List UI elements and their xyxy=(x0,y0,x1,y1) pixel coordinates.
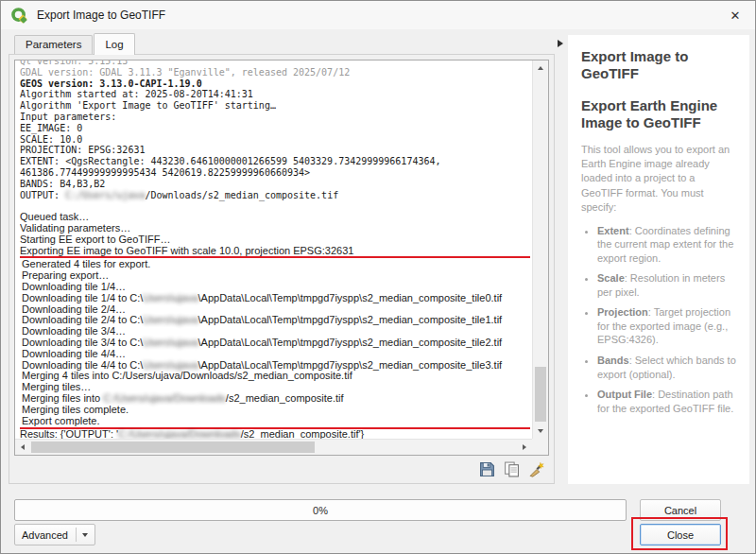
log-line: GDAL version: GDAL 3.11.3 "Eganville", r… xyxy=(20,67,530,78)
chevron-down-icon xyxy=(82,533,88,537)
help-panel: Export Image to GeoTIFF Export Earth Eng… xyxy=(568,35,749,484)
horizontal-scroll-thumb[interactable] xyxy=(31,441,315,453)
help-subtitle: Export Earth Engine Image to GeoTIFF xyxy=(581,97,736,131)
redacted-text: Users\ujava xyxy=(143,292,198,303)
save-log-icon xyxy=(479,466,495,480)
log-line: Exporting EE image to GeoTIFF with scale… xyxy=(20,246,530,257)
tab-parameters[interactable]: Parameters xyxy=(14,35,93,54)
annotation-box-log: Generated 4 tiles for export.Preparing e… xyxy=(20,256,530,429)
log-output[interactable]: Qt version: 5.15.13GDAL version: GDAL 3.… xyxy=(14,60,549,456)
clear-log-icon xyxy=(528,466,544,480)
advanced-button[interactable]: Advanced xyxy=(14,524,95,545)
scrollbar-corner xyxy=(532,439,548,455)
log-line: EXTENT: <QgsRectangle: 443230.6461000000… xyxy=(20,156,530,167)
button-separator xyxy=(76,528,77,542)
redacted-text: Users\ujava xyxy=(143,337,198,348)
scroll-left-button[interactable] xyxy=(15,440,30,455)
help-intro: This tool allows you to export an Earth … xyxy=(581,143,736,215)
log-line: GEOS version: 3.13.0-CAPI-1.19.0 xyxy=(20,78,530,90)
log-line: OUTPUT: C:/Users/ujava/Downloads/s2_medi… xyxy=(20,190,530,201)
log-line: Qt version: 5.15.13 xyxy=(20,60,530,67)
collapse-help-panel-arrow[interactable] xyxy=(558,40,563,47)
clear-log-button[interactable] xyxy=(526,460,545,479)
redacted-text: C:/Users/ujava/Downloads xyxy=(103,392,226,404)
triangle-right-icon xyxy=(523,444,526,450)
log-line: 461386.77449999999995434 5420619.8225999… xyxy=(20,167,530,179)
vertical-scroll-thumb[interactable] xyxy=(535,367,546,422)
advanced-label: Advanced xyxy=(22,529,68,541)
scroll-up-button[interactable] xyxy=(533,61,548,76)
help-bullet-list: Extent: Coordinates defining the current… xyxy=(581,224,736,415)
log-horizontal-scrollbar[interactable] xyxy=(15,439,532,455)
annotation-box-close xyxy=(631,517,728,550)
export-image-dialog: Export Image to GeoTIFF ✕ Parameters Log… xyxy=(0,0,756,554)
scroll-down-button[interactable] xyxy=(533,424,548,439)
triangle-up-icon xyxy=(538,66,543,70)
log-line: Algorithm started at: 2025-08-20T14:41:3… xyxy=(20,89,530,100)
log-line: Merging 4 tiles into C:/Users/ujava/Down… xyxy=(22,371,530,382)
log-line: Export complete. xyxy=(22,416,530,427)
copy-log-button[interactable] xyxy=(502,460,521,479)
log-line: SCALE: 10.0 xyxy=(20,134,530,146)
redacted-text: Users\ujava xyxy=(143,359,198,371)
triangle-left-icon xyxy=(21,444,25,450)
help-bullet: Extent: Coordinates defining the current… xyxy=(597,224,736,266)
log-line: BANDS: B4,B3,B2 xyxy=(20,179,530,190)
log-line: Algorithm 'Export Image to GeoTIFF' star… xyxy=(20,100,530,112)
log-toolbar xyxy=(477,460,545,479)
save-log-button[interactable] xyxy=(477,460,496,479)
help-title: Export Image to GeoTIFF xyxy=(581,48,736,82)
log-content: Qt version: 5.15.13GDAL version: GDAL 3.… xyxy=(20,60,530,443)
triangle-down-icon xyxy=(538,429,543,433)
log-line xyxy=(20,200,530,212)
help-bullet: Output File: Destination path for the ex… xyxy=(597,388,736,415)
redacted-text: Users\ujava xyxy=(143,314,198,325)
titlebar: Export Image to GeoTIFF ✕ xyxy=(1,1,755,29)
log-vertical-scrollbar[interactable] xyxy=(532,61,548,439)
help-bullet: Projection: Target projection for the ex… xyxy=(597,305,736,347)
window-title: Export Image to GeoTIFF xyxy=(37,9,165,22)
scroll-right-button[interactable] xyxy=(517,440,532,455)
window-close-button[interactable]: ✕ xyxy=(715,1,755,29)
log-line: EE_IMAGE: 0 xyxy=(20,123,530,134)
tab-log[interactable]: Log xyxy=(94,33,134,55)
copy-log-icon xyxy=(504,466,520,480)
help-bullet: Scale: Resolution in meters per pixel. xyxy=(597,271,736,299)
log-line: PROJECTION: EPSG:32631 xyxy=(20,145,530,156)
redacted-text: C:/Users/ujava xyxy=(65,190,145,200)
progress-label: 0% xyxy=(313,505,328,516)
qgis-logo-icon xyxy=(10,7,27,24)
help-bullet: Bands: Select which bands to export (opt… xyxy=(597,354,736,381)
log-line: Input parameters: xyxy=(20,112,530,123)
tab-bar: Parameters Log xyxy=(14,33,136,54)
progress-bar: 0% xyxy=(14,499,627,521)
